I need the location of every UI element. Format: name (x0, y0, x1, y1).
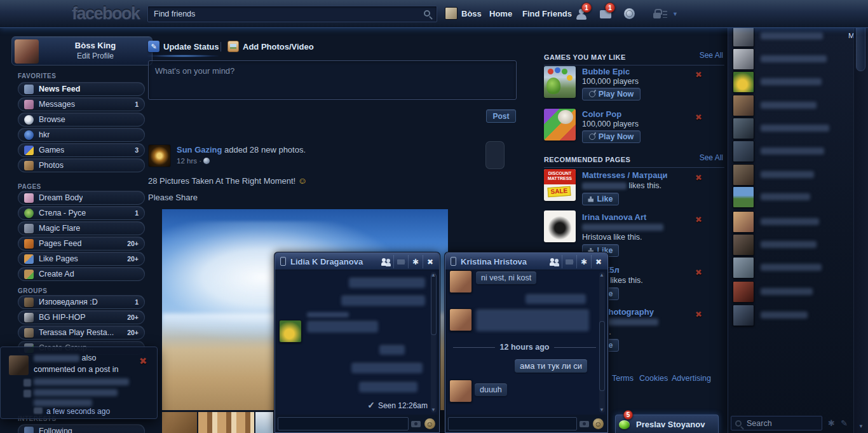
friend-row[interactable] (728, 234, 853, 257)
page-name[interactable]: Irina Ivanova Art (582, 212, 646, 222)
status-input[interactable] (149, 61, 516, 99)
chat-avatar[interactable] (279, 320, 302, 343)
chat-sidebar-scrollbar[interactable]: ▲ ▼ (853, 0, 868, 433)
chat-header[interactable]: Kristina Hristova ✱ ✖ (445, 253, 607, 270)
scroll-up-icon[interactable]: ▲ (431, 272, 436, 278)
navbar-search-input[interactable] (148, 6, 437, 22)
tab-update-status[interactable]: ✎ Update Status (148, 41, 219, 52)
play-now-button[interactable]: Play Now (582, 88, 641, 100)
chat-avatar[interactable] (449, 270, 472, 293)
terms-link[interactable]: Terms (612, 374, 634, 383)
profile-card[interactable]: Bòss King Edit Profile (11, 36, 153, 65)
post-button[interactable]: Post (486, 109, 516, 123)
facebook-logo[interactable]: facebook (72, 4, 140, 24)
scroll-up-icon[interactable]: ▲ (599, 272, 604, 278)
friend-row[interactable]: 20m (728, 71, 853, 94)
close-notification-icon[interactable]: ✖ (139, 355, 147, 368)
notification-toast[interactable]: also commented on a post in a few second… (0, 347, 158, 419)
sidebar-item-stela-ruse[interactable]: Стела - Русе 1 (18, 206, 145, 220)
scroll-down-icon[interactable]: ▼ (431, 407, 436, 413)
friend-row[interactable] (728, 118, 853, 141)
sidebar-item-messages[interactable]: Messages 1 (18, 97, 145, 111)
cookies-link[interactable]: Cookies (639, 374, 668, 383)
notifications-globe-icon[interactable] (624, 8, 635, 19)
sidebar-item-create-ad[interactable]: Create Ad (18, 267, 145, 281)
chat-header[interactable]: Lidia K Draganova ✱ ✖ (275, 253, 439, 270)
friend-row[interactable]: 3h (728, 164, 853, 187)
sidebar-item-magic-flare[interactable]: Magic Flare (18, 221, 145, 235)
chat-search-input[interactable] (731, 416, 822, 430)
advertising-link[interactable]: Advertising (672, 374, 711, 383)
chat-window-kristina[interactable]: Kristina Hristova ✱ ✖ ni vest, ni kost 1… (445, 252, 608, 433)
post-author-link[interactable]: Sun Gazing (177, 145, 222, 155)
chat-scrollbar-thumb[interactable] (599, 321, 605, 391)
account-menu-caret-icon[interactable]: ▼ (672, 11, 678, 17)
add-person-button[interactable] (547, 255, 562, 268)
friend-row[interactable]: Web (728, 48, 853, 71)
dismiss-page-icon[interactable]: ✖ (695, 310, 702, 320)
color-pop-thumbnail[interactable] (544, 109, 576, 141)
navbar-profile-avatar[interactable] (445, 7, 458, 20)
like-button[interactable]: Like (582, 193, 619, 205)
chat-settings-button[interactable]: ✱ (408, 255, 423, 268)
chat-message-input[interactable] (278, 417, 409, 430)
game-name[interactable]: Color Pop (582, 109, 621, 119)
minimized-chat-preslav[interactable]: 5 Preslav Stoyanov (615, 415, 719, 433)
privacy-lock-icon[interactable] (653, 13, 661, 18)
sidebar-item-following[interactable]: Following (18, 424, 145, 433)
sidebar-item-news-feed[interactable]: News Feed (18, 82, 145, 96)
scroll-down-icon[interactable]: ▼ (858, 423, 864, 429)
dismiss-page-icon[interactable]: ✖ (695, 173, 702, 183)
navbar-home-link[interactable]: Home (489, 9, 512, 18)
friend-row[interactable] (728, 281, 853, 304)
camera-icon[interactable] (580, 421, 589, 427)
tab-add-photos-video[interactable]: Add Photos/Video (227, 41, 314, 52)
chat-title[interactable]: Lidia K Draganova (290, 257, 363, 266)
games-see-all-link[interactable]: See All (700, 51, 723, 60)
chat-settings-button[interactable]: ✱ (576, 255, 591, 268)
chat-search[interactable] (731, 416, 822, 430)
friend-row[interactable]: 10h (728, 95, 853, 118)
post-author-avatar[interactable] (148, 144, 171, 167)
friend-row[interactable]: 10h (728, 211, 853, 234)
sidebar-item-like-pages[interactable]: Like Pages 20+ (18, 252, 145, 266)
chat-title[interactable]: Kristina Hristova (461, 257, 527, 266)
photo-thumbnail[interactable] (198, 412, 254, 433)
chat-settings-gear-icon[interactable]: ✱ (828, 418, 835, 428)
mattresses-thumbnail[interactable]: DISCOUNTMATTRESS SALE (544, 169, 576, 201)
sidebar-item-dream-body[interactable]: Dream Body (18, 191, 145, 205)
page-name[interactable]: Mattresses / Матраци (582, 170, 668, 180)
emoticon-icon[interactable]: ☺ (593, 418, 604, 429)
dismiss-game-icon[interactable]: ✖ (695, 113, 702, 123)
navbar-find-friends-link[interactable]: Find Friends (522, 9, 572, 18)
sidebar-item-hkr[interactable]: hkr (18, 128, 145, 142)
status-composer[interactable] (148, 60, 517, 100)
emoticon-icon[interactable]: ☺ (424, 418, 435, 429)
sidebar-item-bg-hiphop[interactable]: BG HIP-HOP 20+ (18, 310, 145, 324)
camera-icon[interactable] (411, 421, 421, 427)
recommended-see-all-link[interactable]: See All (700, 153, 723, 162)
friend-row[interactable] (728, 141, 853, 163)
sidebar-item-photos[interactable]: Photos (18, 158, 145, 172)
feed-scroll-pill[interactable] (485, 141, 505, 169)
dismiss-game-icon[interactable]: ✖ (695, 70, 702, 80)
new-message-icon[interactable]: ✎ (841, 418, 848, 428)
play-now-button[interactable]: Play Now (582, 130, 641, 143)
chat-close-button[interactable]: ✖ (423, 255, 437, 268)
chat-avatar[interactable] (449, 380, 472, 402)
chat-messages[interactable]: ✓Seen 12:26am ▲ ▼ (276, 270, 438, 415)
dismiss-page-icon[interactable]: ✖ (695, 215, 702, 225)
video-call-button[interactable] (562, 255, 576, 268)
edit-profile-link[interactable]: Edit Profile (43, 52, 148, 60)
chat-message-input[interactable] (448, 417, 577, 430)
navbar-profile-link[interactable]: Bòss (461, 9, 482, 18)
friend-row[interactable]: 9h (728, 257, 853, 280)
friend-row[interactable] (728, 305, 853, 327)
friend-row[interactable]: Mobile (728, 25, 853, 48)
chat-scrollbar-thumb[interactable] (431, 274, 437, 335)
sidebar-item-browse[interactable]: Browse (18, 113, 145, 127)
video-call-button[interactable] (393, 255, 408, 268)
chat-close-button[interactable]: ✖ (591, 255, 606, 268)
photo-thumbnail[interactable] (162, 412, 197, 433)
friend-row[interactable] (728, 186, 853, 209)
